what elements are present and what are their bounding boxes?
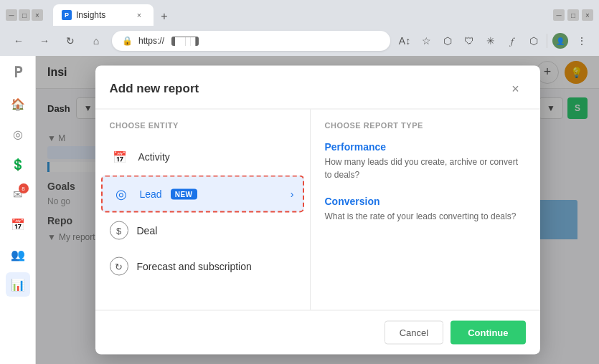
- dialog-footer: Cancel Continue: [95, 310, 540, 355]
- active-tab[interactable]: P Insights ×: [53, 4, 154, 26]
- refresh-button[interactable]: ↻: [60, 31, 80, 51]
- lead-icon: ◎: [111, 184, 131, 204]
- tab-bar: P Insights × +: [47, 4, 179, 26]
- bookmark-icon[interactable]: ☆: [418, 32, 435, 49]
- puzzle-icon[interactable]: ⬡: [525, 32, 542, 49]
- browser-chrome: ─ □ × P Insights × + ─ □ × ← → ↻ ⌂ 🔒 htt…: [0, 0, 599, 56]
- conversion-title: Conversion: [325, 196, 526, 207]
- address-bar: ← → ↻ ⌂ 🔒 https:// ████ A↕ ☆ ⬡ 🛡 ✳ 𝑓 ⬡ 👤…: [0, 26, 599, 56]
- shield-icon[interactable]: 🛡: [461, 32, 478, 49]
- report-section-label: CHOOSE REPORT TYPE: [325, 121, 526, 130]
- minimize-button[interactable]: ─: [6, 9, 17, 21]
- report-panel: CHOOSE REPORT TYPE Performance How many …: [311, 110, 540, 310]
- tab-title: Insights: [76, 10, 105, 20]
- activity-icon: 📅: [110, 147, 130, 167]
- add-report-dialog: Add new report × CHOOSE ENTITY 📅 Activit…: [95, 66, 540, 355]
- main-content: Insi + 💡 Dash ▼ ▼ S: [36, 56, 599, 364]
- toolbar-icons: A↕ ☆ ⬡ 🛡 ✳ 𝑓 ⬡ 👤 ⋮: [396, 32, 590, 49]
- forecast-icon: ↻: [110, 257, 128, 276]
- sidebar-item-target[interactable]: ◎: [6, 122, 30, 146]
- dialog-close-button[interactable]: ×: [506, 79, 526, 99]
- entity-item-lead[interactable]: ◎ Lead NEW ›: [101, 176, 304, 213]
- sidebar-item-home[interactable]: 🏠: [6, 92, 30, 116]
- sidebar: 𝖯 🏠 ◎ 💲 ✉ 8 📅 👥 📊: [0, 56, 36, 364]
- extensions-icon[interactable]: ⬡: [439, 32, 456, 49]
- entity-item-activity[interactable]: 📅 Activity: [95, 138, 310, 176]
- report-option-performance[interactable]: Performance How many leads did you creat…: [325, 141, 526, 181]
- profile-icon[interactable]: 👤: [552, 32, 569, 49]
- sidebar-item-calendar[interactable]: 📅: [6, 212, 30, 236]
- deal-icon: $: [110, 221, 128, 240]
- dialog-body: CHOOSE ENTITY 📅 Activity ◎ Lead NEW ›: [95, 110, 540, 310]
- report-option-conversion[interactable]: Conversion What is the rate of your lead…: [325, 196, 526, 223]
- entity-forecast-name: Forecast and subscription: [137, 261, 252, 272]
- home-button[interactable]: ⌂: [86, 31, 106, 51]
- browser-minimize-button[interactable]: ─: [553, 9, 565, 21]
- performance-desc: How many leads did you create, archive o…: [325, 155, 526, 181]
- chevron-right-icon: ›: [291, 188, 294, 200]
- browser-close-button[interactable]: ×: [582, 9, 593, 21]
- window-close-button[interactable]: ×: [32, 9, 43, 21]
- window-controls: ─ □ ×: [6, 9, 43, 21]
- formula-icon[interactable]: 𝑓: [504, 32, 521, 49]
- dialog-title: Add new report: [110, 82, 199, 96]
- title-bar: ─ □ × P Insights × + ─ □ ×: [0, 0, 599, 26]
- sidebar-item-deals[interactable]: 💲: [6, 152, 30, 176]
- app-area: 𝖯 🏠 ◎ 💲 ✉ 8 📅 👥 📊 Insi + 💡 Dash ▼: [0, 56, 599, 364]
- ai-icon[interactable]: ✳: [482, 32, 499, 49]
- back-button[interactable]: ←: [9, 31, 29, 51]
- sidebar-logo: 𝖯: [7, 62, 29, 83]
- mail-badge: 8: [19, 183, 29, 193]
- domain-badge: ████: [171, 37, 199, 46]
- entity-item-deal[interactable]: $ Deal: [95, 213, 310, 249]
- translate-icon[interactable]: A↕: [396, 32, 413, 49]
- performance-title: Performance: [325, 141, 526, 153]
- forward-button[interactable]: →: [34, 31, 55, 51]
- new-tab-button[interactable]: +: [155, 7, 174, 26]
- dialog-header: Add new report ×: [95, 66, 540, 110]
- sidebar-item-mail[interactable]: ✉ 8: [6, 182, 30, 206]
- sidebar-item-contacts[interactable]: 👥: [6, 242, 30, 267]
- continue-button[interactable]: Continue: [451, 321, 525, 345]
- more-button[interactable]: ⋮: [573, 32, 590, 49]
- entity-deal-name: Deal: [137, 225, 158, 236]
- entity-section-label: CHOOSE ENTITY: [95, 121, 310, 138]
- conversion-desc: What is the rate of your leads convertin…: [325, 210, 526, 223]
- entity-item-forecast[interactable]: ↻ Forecast and subscription: [95, 249, 310, 284]
- new-badge: NEW: [171, 188, 197, 199]
- entity-panel: CHOOSE ENTITY 📅 Activity ◎ Lead NEW ›: [95, 110, 311, 310]
- cancel-button[interactable]: Cancel: [385, 321, 443, 345]
- maximize-button[interactable]: □: [19, 9, 30, 21]
- entity-lead-name: Lead: [140, 188, 162, 200]
- tab-favicon: P: [62, 10, 72, 20]
- address-input-field[interactable]: 🔒 https:// ████: [112, 31, 390, 51]
- tab-close-button[interactable]: ×: [133, 9, 145, 21]
- address-text: https://: [138, 36, 164, 46]
- divider: [547, 34, 547, 48]
- entity-activity-name: Activity: [138, 151, 170, 163]
- sidebar-item-insights[interactable]: 📊: [6, 272, 30, 297]
- browser-maximize-button[interactable]: □: [567, 9, 579, 21]
